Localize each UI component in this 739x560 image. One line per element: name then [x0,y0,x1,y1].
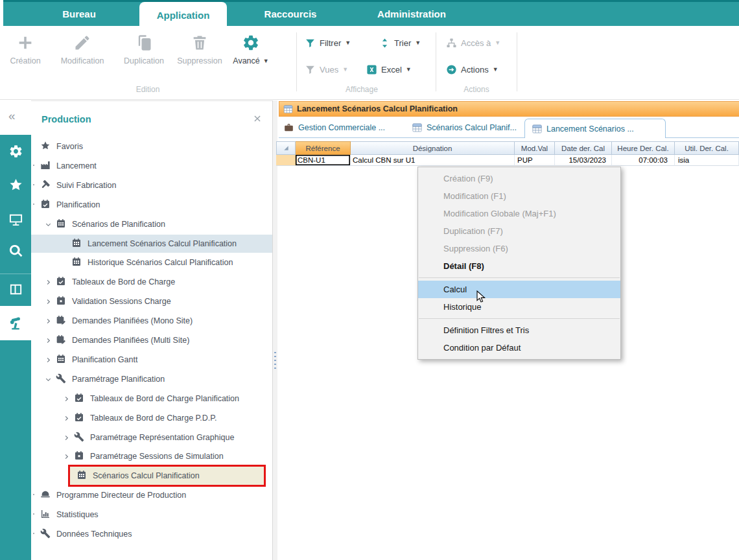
tree-item-param-trage-sessions-de-simulation[interactable]: Paramétrage Sessions de Simulation [31,447,299,465]
favorites-star-icon[interactable] [0,173,31,196]
tree-item-tableaux-de-bord-de-charge[interactable]: Tableaux de Bord de Charge [31,273,281,291]
splitter-grip[interactable] [274,352,276,370]
chevron-right-icon[interactable] [58,394,74,403]
chevron-right-icon[interactable] [40,277,56,286]
chevron-right-icon[interactable] [40,355,56,364]
tree-item-lancement-sc-narios-calcul-planification[interactable]: Lancement Scénarios Calcul Planification [31,235,312,253]
tree-item-param-trage-repr-sentation-graphique[interactable]: Paramétrage Représentation Graphique [31,428,299,447]
context-menu-item-condition-par-d-faut[interactable]: Condition par Défaut [418,339,620,356]
column-header-Util. Der. Cal.[interactable]: Util. Der. Cal. [675,141,739,155]
ribbon-button-modification[interactable]: Modification [49,32,115,83]
tree-item-programme-directeur-de-production[interactable]: Programme Directeur de Production [31,486,281,504]
search-icon[interactable] [0,239,31,262]
close-icon[interactable] [253,114,262,123]
tree-item-param-trage-planification[interactable]: Paramétrage Planification [31,370,281,388]
tree-item-favoris[interactable]: Favoris [31,137,281,156]
chevron-right-icon[interactable] [58,433,74,442]
document-tab-1[interactable]: Gestion Commerciale ... [283,118,385,137]
column-header-row-selector[interactable] [276,141,296,155]
tree-item-sc-narios-de-planification[interactable]: Scénarios de Planification [31,215,281,233]
robot-arm-icon[interactable] [0,311,31,334]
context-menu-item-d-tail-f8-[interactable]: Détail (F8) [418,257,620,275]
column-header-Référence[interactable]: Référence [296,141,351,155]
chevron-down-icon[interactable] [40,375,56,384]
dropdown-arrow-icon[interactable]: ▼ [345,40,351,46]
column-header-Date der. Cal[interactable]: Date der. Cal [555,141,612,155]
tree-item-demandes-planifi-es-multi-site-[interactable]: Demandes Planifiées (Multi Site) [31,331,281,349]
cell-designation[interactable]: Calcul CBN sur U1 [351,155,515,166]
cell-date-der-cal[interactable]: 15/03/2023 [555,155,612,166]
context-menu-item-d-finition-filtres-et-tris[interactable]: Définition Filtres et Tris [418,321,620,339]
tree-guide-dot [33,184,34,185]
chevron-right-icon[interactable] [40,336,56,345]
context-menu-item-historique[interactable]: Historique [418,298,620,316]
ribbon-button-trier[interactable]: Trier▼ [379,36,421,50]
cell-util-der-cal[interactable]: isia [675,155,739,166]
cell-reference[interactable]: CBN-U1 [296,155,351,166]
monitor-icon[interactable] [0,207,31,231]
tree-item-demandes-planifi-es-mono-site-[interactable]: Demandes Planifiées (Mono Site) [31,312,281,330]
ribbon-button-accès-à[interactable]: Accès à▼ [446,36,500,50]
tree-item-statistiques[interactable]: Statistiques [31,506,281,524]
tree-item-suivi-fabrication[interactable]: Suivi Fabrication [31,176,281,194]
chevron-right-icon[interactable] [58,452,74,461]
dropdown-arrow-icon[interactable]: ▼ [342,67,348,73]
dropdown-arrow-icon[interactable]: ▼ [406,67,412,73]
ribbon-button-filtrer[interactable]: Filtrer▼ [305,36,351,50]
ribbon-button-création[interactable]: Création [4,32,47,83]
context-menu-item-calcul[interactable]: Calcul [418,281,620,298]
tree-item-lancement[interactable]: Lancement [31,157,281,175]
cell-heure-der-cal[interactable]: 07:00:03 [612,155,675,166]
ribbon-button-avancé[interactable]: Avancé▼ [227,32,275,83]
ribbon-group-separator [296,32,297,91]
tree-item-validation-sessions-charge[interactable]: Validation Sessions Charge [31,292,281,310]
ribbon-button-duplication[interactable]: Duplication [117,32,171,83]
document-tab-2[interactable]: Scénarios Calcul Planif... [412,118,517,137]
column-header-Mod.Val[interactable]: Mod.Val [515,141,555,155]
chevron-right-icon[interactable] [40,316,56,325]
ribbon-group-separator [517,32,517,91]
rail-divider [0,274,31,274]
ribbon-button-actions[interactable]: Actions▼ [446,62,499,76]
document-tab-3[interactable]: Lancement Scénarios ... [524,119,666,138]
row-marker-cell[interactable] [276,155,296,166]
tree-item-sc-narios-calcul-planification[interactable]: Scénarios Calcul Planification [31,467,272,485]
column-header-Heure Der. Cal.[interactable]: Heure Der. Cal. [612,141,675,155]
menubar-tab-administration[interactable]: Administration [363,2,460,26]
tree-item-tableaux-de-bord-de-charge-p-d-p-[interactable]: Tableaux de Bord de Charge P.D.P. [31,409,299,427]
column-header-Désignation[interactable]: Désignation [351,141,515,155]
tree-item-historique-sc-narios-calcul-planification[interactable]: Historique Scénarios Calcul Planificatio… [31,253,312,272]
chevron-right-icon[interactable] [40,297,56,306]
dropdown-arrow-icon[interactable]: ▼ [495,40,500,46]
dropdown-arrow-icon[interactable]: ▼ [493,67,499,73]
chevron-right-icon[interactable] [58,414,74,423]
collapse-panel-icon[interactable]: « [8,109,14,123]
pencil-icon [73,34,91,52]
table-row[interactable]: CBN-U1Calcul CBN sur U1PUP15/03/202307:0… [276,155,739,166]
chevron-down-icon[interactable] [40,220,56,229]
annotation-highlight-box: Scénarios Calcul Planification [68,465,266,487]
tree-item-label: Tableaux de Bord de Charge P.D.P. [90,414,217,423]
menubar-tab-raccourcis[interactable]: Raccourcis [252,2,329,26]
columns-icon[interactable] [0,277,31,301]
navigation-tree-panel: Production FavorisLancementSuivi Fabrica… [31,100,272,560]
ribbon-button-suppression[interactable]: Suppression [172,32,227,83]
ribbon-button-excel[interactable]: Excel▼ [366,62,412,76]
context-menu-item-cr-ation-f9-[interactable]: Création (F9) [418,170,620,187]
settings-wheel-icon[interactable] [0,139,31,163]
hammer-icon [40,180,52,191]
tree-item-planification[interactable]: Planification [31,196,281,214]
menubar-tab-application[interactable]: Application [139,2,227,28]
context-menu-item-duplication-f7-[interactable]: Duplication (F7) [418,222,620,240]
tree-item-tableaux-de-bord-de-charge-planification[interactable]: Tableaux de Bord de Charge Planification [31,390,299,408]
tree-item-planification-gantt[interactable]: Planification Gantt [31,351,281,369]
dropdown-arrow-icon[interactable]: ▼ [263,58,269,64]
context-menu-item-modification-globale-maj-f1-[interactable]: Modification Globale (Maj+F1) [418,205,620,222]
context-menu-item-modification-f1-[interactable]: Modification (F1) [418,187,620,205]
tree-item-donn-es-techniques[interactable]: Données Techniques [31,525,281,543]
dropdown-arrow-icon[interactable]: ▼ [415,40,421,46]
cell-mod-val[interactable]: PUP [515,155,555,166]
ribbon-button-vues[interactable]: Vues▼ [305,62,348,76]
context-menu-item-suppression-f6-[interactable]: Suppression (F6) [418,240,620,257]
menubar-tab-bureau[interactable]: Bureau [43,2,115,26]
